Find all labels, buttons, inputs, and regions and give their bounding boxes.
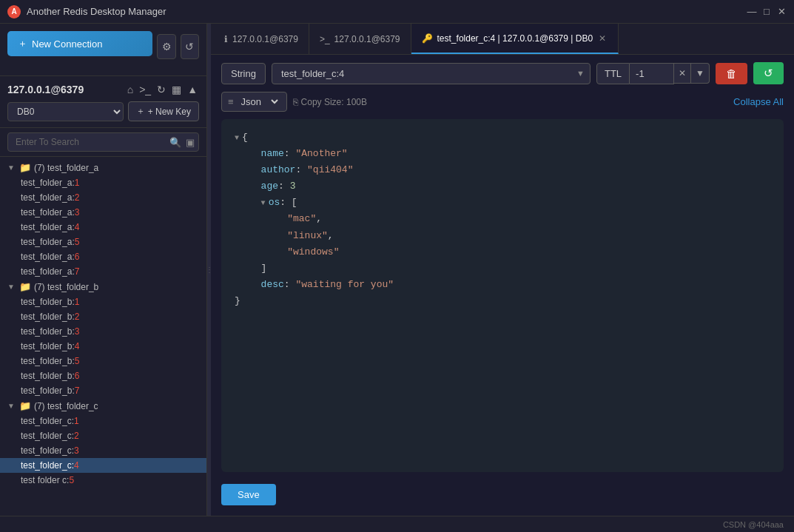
save-row: Save xyxy=(221,479,784,508)
format-icon: ≡ xyxy=(228,96,234,107)
json-line: } xyxy=(235,293,770,309)
json-line: name: "Another" xyxy=(235,146,770,162)
app-title: Another Redis Desktop Manager xyxy=(27,6,166,17)
list-item[interactable]: test_folder_c:2 xyxy=(0,428,206,443)
tab-terminal[interactable]: >_ 127.0.0.1@6379 xyxy=(309,24,411,54)
search-input-wrap: 🔍 ▣ xyxy=(7,132,199,152)
db-row: DB0 DB1 DB2 DB3 ＋ + New Key xyxy=(7,101,199,121)
new-connection-label: New Connection xyxy=(32,38,102,50)
folder-a-label: (7) test_folder_a xyxy=(34,163,98,173)
collapse-arrow-icon[interactable]: ▼ xyxy=(235,134,239,142)
footer-credit: CSDN @404aaa xyxy=(723,520,784,529)
terminal-icon: >_ xyxy=(139,84,151,95)
list-item[interactable]: test_folder_b:6 xyxy=(0,368,206,383)
folder-a-icon: 📁 xyxy=(19,162,31,173)
folder-b[interactable]: ▼ 📁 (7) test_folder_b xyxy=(0,279,206,294)
sync-button[interactable]: ↻ xyxy=(155,82,167,97)
search-icons: 🔍 ▣ xyxy=(168,135,196,149)
settings-button[interactable]: ⚙ xyxy=(157,34,175,59)
json-line: author: "qii404" xyxy=(235,162,770,178)
refresh-key-icon: ↺ xyxy=(764,67,773,79)
folder-b-label: (7) test_folder_b xyxy=(34,282,98,292)
delete-key-button[interactable]: 🗑 xyxy=(716,63,747,84)
list-item-active[interactable]: test_folder_c:4 xyxy=(0,458,206,473)
list-item[interactable]: test_folder_c:1 xyxy=(0,414,206,428)
new-connection-button[interactable]: ＋ New Connection xyxy=(7,31,152,56)
app-icon: A xyxy=(7,5,21,18)
terminal-tab-label: 127.0.0.1@6379 xyxy=(334,34,400,44)
folder-a[interactable]: ▼ 📁 (7) test_folder_a xyxy=(0,160,206,175)
new-key-label: + New Key xyxy=(148,107,191,117)
close-button[interactable]: ✕ xyxy=(776,7,787,17)
folder-c-icon: 📁 xyxy=(19,400,31,411)
refresh-key-button[interactable]: ↺ xyxy=(753,62,784,84)
list-item[interactable]: test_folder_b:7 xyxy=(0,383,206,398)
connection-name: 127.0.0.1@6379 xyxy=(7,84,84,95)
ttl-confirm-button[interactable]: ▼ xyxy=(691,63,710,84)
collapse-all-button[interactable]: Collapse All xyxy=(733,96,784,107)
list-item[interactable]: test_folder_a:3 xyxy=(0,205,206,220)
json-line: ] xyxy=(235,260,770,277)
search-row: 🔍 ▣ xyxy=(0,128,206,157)
titlebar: A Another Redis Desktop Manager — □ ✕ xyxy=(0,0,794,24)
folder-c-arrow: ▼ xyxy=(7,402,15,410)
refresh-icon: ↺ xyxy=(185,41,194,53)
settings-icon: ⚙ xyxy=(162,41,172,53)
value-toolbar: ≡ Json Text Hex Binary ⎘ Copy Size: 100B… xyxy=(221,92,784,112)
minimize-button[interactable]: — xyxy=(747,7,757,17)
list-item[interactable]: test_folder_a:7 xyxy=(0,264,206,279)
home-button[interactable]: ⌂ xyxy=(126,82,135,97)
new-key-button[interactable]: ＋ + New Key xyxy=(128,101,199,121)
tab-key[interactable]: 🔑 test_folder_c:4 | 127.0.0.1@6379 | DB0… xyxy=(411,24,619,54)
search-button[interactable]: 🔍 xyxy=(168,135,183,149)
json-viewer: ▼{ name: "Another" author: "qii404" age:… xyxy=(221,119,784,472)
json-line: "mac", xyxy=(235,211,770,227)
list-item[interactable]: test_folder_b:5 xyxy=(0,354,206,368)
list-item[interactable]: test_folder_a:1 xyxy=(0,175,206,190)
json-line: ▼os: [ xyxy=(235,195,770,211)
list-item[interactable]: test_folder_a:4 xyxy=(0,220,206,235)
connection-actions: ⌂ >_ ↻ ▦ ▲ xyxy=(126,82,199,97)
terminal-button[interactable]: >_ xyxy=(138,82,152,97)
folder-a-arrow: ▼ xyxy=(7,164,15,172)
collapse-conn-button[interactable]: ▲ xyxy=(186,82,199,97)
list-item[interactable]: test_folder_b:1 xyxy=(0,294,206,309)
grid-button[interactable]: ▦ xyxy=(170,82,183,97)
titlebar-left: A Another Redis Desktop Manager xyxy=(7,5,166,18)
info-tab-icon: ℹ xyxy=(224,34,228,44)
type-badge: String xyxy=(221,63,266,84)
ttl-clear-button[interactable]: ✕ xyxy=(674,63,691,84)
list-item[interactable]: test_folder_b:4 xyxy=(0,339,206,354)
save-button[interactable]: Save xyxy=(221,484,276,505)
list-item[interactable]: test folder c:5 xyxy=(0,473,206,488)
db-select[interactable]: DB0 DB1 DB2 DB3 xyxy=(7,102,124,121)
format-select[interactable]: Json Text Hex Binary xyxy=(238,95,280,108)
list-item[interactable]: test_folder_b:3 xyxy=(0,324,206,339)
dropdown-arrow-icon: ▼ xyxy=(576,69,585,78)
key-toolbar: String ▼ TTL ✕ ▼ 🗑 ↺ xyxy=(221,62,784,84)
copy-size: ⎘ Copy Size: 100B xyxy=(293,97,367,107)
tab-info[interactable]: ℹ 127.0.0.1@6379 xyxy=(214,24,309,54)
folder-c[interactable]: ▼ 📁 (7) test_folder_c xyxy=(0,398,206,414)
list-item[interactable]: test_folder_a:6 xyxy=(0,249,206,264)
sidebar-header: ＋ New Connection ⚙ ↺ xyxy=(0,24,206,76)
connection-name-row: 127.0.0.1@6379 ⌂ >_ ↻ ▦ ▲ xyxy=(7,82,199,97)
list-item[interactable]: test_folder_a:2 xyxy=(0,190,206,205)
key-tab-icon: 🔑 xyxy=(422,33,433,44)
list-item[interactable]: test_folder_b:2 xyxy=(0,309,206,324)
refresh-sidebar-button[interactable]: ↺ xyxy=(181,34,199,59)
filter-button[interactable]: ▣ xyxy=(184,135,196,149)
tab-close-button[interactable]: ✕ xyxy=(597,34,608,43)
grid-icon: ▦ xyxy=(172,84,181,95)
json-line: ▼{ xyxy=(235,129,770,146)
home-icon: ⌂ xyxy=(127,84,133,95)
json-line: age: 3 xyxy=(235,178,770,195)
list-item[interactable]: test_folder_a:5 xyxy=(0,235,206,249)
os-collapse-arrow-icon[interactable]: ▼ xyxy=(261,199,266,207)
list-item[interactable]: test_folder_c:3 xyxy=(0,443,206,458)
key-name-input[interactable] xyxy=(272,63,591,84)
ttl-input-wrap: TTL ✕ ▼ xyxy=(596,63,710,84)
right-panel: ℹ 127.0.0.1@6379 >_ 127.0.0.1@6379 🔑 tes… xyxy=(211,24,794,516)
maximize-button[interactable]: □ xyxy=(761,7,772,17)
ttl-input[interactable] xyxy=(630,63,674,84)
